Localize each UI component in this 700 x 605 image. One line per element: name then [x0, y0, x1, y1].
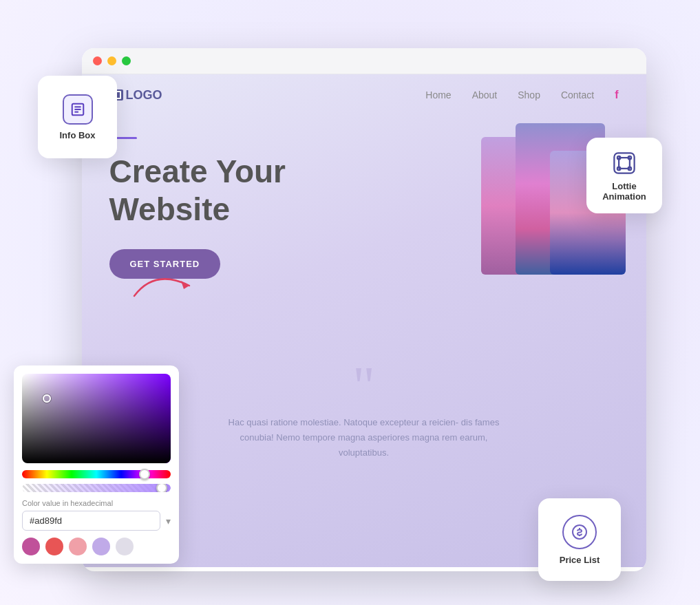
info-box-label: Info Box: [60, 130, 96, 140]
chevron-down-icon: ▾: [166, 516, 171, 527]
alpha-track: [22, 484, 171, 492]
color-hex-input[interactable]: [22, 511, 160, 531]
lottie-icon: [611, 149, 638, 177]
nav-link-home[interactable]: Home: [425, 89, 451, 100]
nav-link-shop[interactable]: Shop: [518, 89, 540, 100]
logo-text: LOGO: [126, 88, 162, 103]
hero-title-line2: Website: [109, 191, 231, 227]
hero-left: Create Your Website GET STARTED: [109, 130, 467, 279]
nav-links: Home About Shop Contact f: [425, 89, 618, 101]
hero-title: Create Your Website: [109, 153, 467, 229]
price-list-label: Price List: [560, 555, 600, 565]
cta-button[interactable]: GET STARTED: [109, 249, 221, 279]
swatch-4[interactable]: [92, 538, 110, 555]
swatch-1[interactable]: [22, 538, 40, 555]
color-value-label: Color value in hexadecimal: [22, 499, 171, 507]
info-box-card[interactable]: Info Box: [38, 76, 117, 158]
nav-link-contact[interactable]: Contact: [561, 89, 594, 100]
color-picker-card[interactable]: Color value in hexadecimal ▾: [14, 365, 179, 564]
hero-title-line1: Create Your: [109, 153, 286, 189]
color-cursor[interactable]: [43, 394, 51, 403]
price-list-card[interactable]: Price List: [538, 498, 621, 581]
quote-text: Hac quasi ratione molestiae. Natoque exc…: [220, 415, 509, 460]
alpha-slider[interactable]: [22, 484, 171, 492]
info-box-icon: [63, 94, 93, 125]
hero-section: Create Your Website GET STARTED: [82, 116, 646, 350]
quote-mark: ": [109, 364, 619, 408]
lottie-card[interactable]: Lottie Animation: [586, 138, 662, 213]
color-gradient-area[interactable]: [22, 374, 171, 463]
browser-dot-red[interactable]: [93, 56, 102, 65]
site-logo: LOGO: [109, 88, 162, 103]
swatch-2[interactable]: [45, 538, 63, 555]
site-nav: LOGO Home About Shop Contact f: [82, 74, 646, 116]
nav-social-facebook[interactable]: f: [615, 89, 618, 100]
lottie-label: Lottie Animation: [596, 181, 653, 202]
color-gradient-dark: [22, 374, 171, 463]
price-list-icon: [562, 515, 597, 549]
swatch-3[interactable]: [69, 538, 87, 555]
nav-link-about[interactable]: About: [472, 89, 498, 100]
color-hex-row: ▾: [22, 511, 171, 531]
alpha-thumb[interactable]: [156, 484, 167, 492]
browser-dot-yellow[interactable]: [107, 56, 116, 65]
swatch-5[interactable]: [116, 538, 134, 555]
browser-topbar: [82, 48, 646, 74]
hue-thumb[interactable]: [139, 469, 150, 480]
hue-slider[interactable]: [22, 470, 171, 478]
browser-dot-green[interactable]: [122, 56, 131, 65]
color-swatches: [22, 538, 171, 555]
